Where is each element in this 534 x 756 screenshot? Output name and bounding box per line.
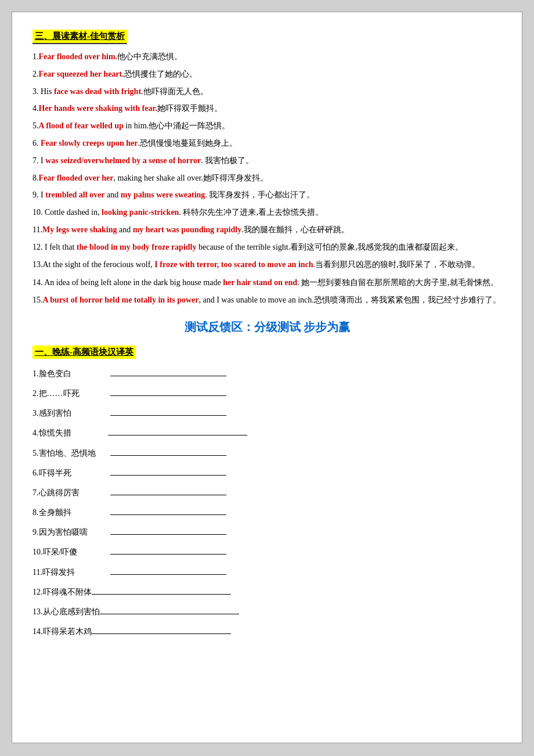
s14-en-bold: her hair stand on end <box>223 278 297 287</box>
s11-middle: and <box>117 225 132 234</box>
num-15: 15. <box>33 296 43 304</box>
feedback-title: 测试反馈区：分级测试 步步为赢 <box>33 319 501 335</box>
sentence-4: 4.Her hands were shaking with fear.她吓得双手… <box>33 102 501 116</box>
ex1-label: 1.脸色变白 <box>33 366 108 381</box>
num-1: 1. <box>33 52 39 61</box>
ex5-label: 5.害怕地、恐惧地 <box>33 446 108 460</box>
sentence-11: 11.My legs were shaking and my heart was… <box>33 223 501 237</box>
s1-zh: 他心中充满恐惧。 <box>117 52 182 61</box>
ex1-answer[interactable] <box>110 366 226 376</box>
ex2-answer[interactable] <box>110 386 226 396</box>
s5-en-rest: in him. <box>124 121 149 130</box>
s13-zh: 当看到那只凶恶的狼时,我吓呆了，不敢动弹。 <box>315 260 480 269</box>
ex12-answer[interactable] <box>92 584 231 595</box>
exercise-item-2: 2.把……吓死 <box>33 386 501 401</box>
ex11-label: 11.吓得发抖 <box>33 565 108 579</box>
ex10-label: 10.吓呆/吓傻 <box>33 545 108 559</box>
s5-zh: 他心中涌起一阵恐惧。 <box>149 121 230 130</box>
ex5-answer[interactable] <box>110 445 226 456</box>
sentence-9: 9. I trembled all over and my palms were… <box>33 188 501 202</box>
section3-header: 三、晨读素材-佳句赏析 <box>33 30 127 44</box>
section-morning-reading: 三、晨读素材-佳句赏析 1.Fear flooded over him.他心中充… <box>33 30 501 308</box>
s6-en-bold: Fear slowly creeps upon her <box>41 139 138 147</box>
sentence-13: 13.At the sight of the ferocious wolf, I… <box>33 258 501 272</box>
num-3: 3. His <box>33 87 54 96</box>
num-7: 7. I <box>33 156 45 165</box>
exercise-item-12: 12.吓得魂不附体 <box>33 584 501 599</box>
ex2-label: 2.把……吓死 <box>33 386 108 401</box>
num-2: 2. <box>33 70 39 78</box>
exercise-item-14: 14.吓得呆若木鸡 <box>33 624 501 639</box>
num-11: 11. <box>33 225 42 234</box>
num-12: 12. I felt that <box>33 243 77 251</box>
ex11-answer[interactable] <box>110 564 226 575</box>
exercise-item-3: 3.感到害怕 <box>33 405 501 420</box>
num-10: 10. Cottle dashed in, <box>33 208 102 217</box>
ex7-label: 7.心跳得厉害 <box>33 485 108 500</box>
s15-en-rest: , and I was unable to move an inch. <box>199 296 313 304</box>
exercise-item-13: 13.从心底感到害怕 <box>33 604 501 619</box>
s15-en-bold: A burst of horror held me totally in its… <box>43 296 199 304</box>
sentence-1: 1.Fear flooded over him.他心中充满恐惧。 <box>33 50 501 64</box>
s2-zh: 恐惧攫住了她的心。 <box>124 70 197 78</box>
s11-en-bold2: my heart was pounding rapidly <box>133 225 241 234</box>
section1-header: 一、晚练-高频语块汉译英 <box>33 345 136 359</box>
section-evening-practice: 一、晚练-高频语块汉译英 1.脸色变白 2.把……吓死 3.感到害怕 4.惊慌失… <box>33 345 501 639</box>
exercise-item-7: 7.心跳得厉害 <box>33 485 501 500</box>
s13-en-bold: I froze with terror, too scared to move … <box>154 260 313 269</box>
s7-en-bold: was seized/overwhelmed by a sense of hor… <box>45 156 201 165</box>
s8-en-rest: , making her shake all over. <box>113 174 203 182</box>
s9-zh: 我浑身发抖，手心都出汗了。 <box>207 190 315 199</box>
num-5: 5. <box>33 121 39 130</box>
exercise-item-6: 6.吓得半死 <box>33 465 501 480</box>
s10-en-bold: looking panic-stricken <box>102 208 179 217</box>
s11-en-bold1: My legs were shaking <box>42 225 117 234</box>
ex6-label: 6.吓得半死 <box>33 466 108 480</box>
ex4-answer[interactable] <box>108 425 247 435</box>
s7-zh: 我害怕极了。 <box>203 156 254 165</box>
num-9: 9. I <box>33 190 45 199</box>
ex3-label: 3.感到害怕 <box>33 406 108 420</box>
ex13-answer[interactable] <box>100 604 239 614</box>
ex3-answer[interactable] <box>110 405 226 416</box>
ex13-label: 13.从心底感到害怕 <box>33 604 100 619</box>
s12-en-bold: the blood in my body froze rapidly <box>77 243 197 251</box>
s6-rest: .恐惧慢慢地蔓延到她身上。 <box>138 139 237 147</box>
exercise-item-8: 8.全身颤抖 <box>33 505 501 520</box>
num-8: 8. <box>33 174 39 182</box>
s3-en-bold: face was dead with fright <box>54 87 141 96</box>
ex8-answer[interactable] <box>110 505 226 515</box>
sentence-12: 12. I felt that the blood in my body fro… <box>33 240 501 255</box>
ex12-label: 12.吓得魂不附体 <box>33 585 92 599</box>
s4-zh: 她吓得双手颤抖。 <box>157 104 222 113</box>
ex9-label: 9.因为害怕嗫嚅 <box>33 525 108 539</box>
sentence-14: 14. An idea of being left alone in the d… <box>33 276 501 290</box>
sentence-2: 2.Fear squeezed her heart.恐惧攫住了她的心。 <box>33 67 501 81</box>
exercise-item-9: 9.因为害怕嗫嚅 <box>33 524 501 539</box>
ex14-answer[interactable] <box>92 624 231 634</box>
s5-en-bold: A flood of fear welled up <box>39 121 124 130</box>
s14-zh: 她一想到要独自留在那所黑暗的大房子里,就毛骨悚然。 <box>300 278 499 287</box>
s4-en: Her hands were shaking with fear. <box>39 104 157 113</box>
num-14: 14. An idea of being left alone in the d… <box>33 278 223 287</box>
s8-en-bold: Fear flooded over her <box>39 174 114 182</box>
ex4-label: 4.惊慌失措 <box>33 426 108 440</box>
ex14-label: 14.吓得呆若木鸡 <box>33 624 92 639</box>
num-4: 4. <box>33 104 39 113</box>
sentence-7: 7. I was seized/overwhelmed by a sense o… <box>33 154 501 168</box>
s1-en: Fear flooded over him. <box>39 52 118 61</box>
ex10-answer[interactable] <box>110 544 226 555</box>
ex7-answer[interactable] <box>110 485 226 495</box>
sentence-6: 6. Fear slowly creeps upon her.恐惧慢慢地蔓延到她… <box>33 136 501 150</box>
exercise-item-5: 5.害怕地、恐惧地 <box>33 445 501 460</box>
ex9-answer[interactable] <box>110 524 226 535</box>
s8-zh: 她吓得浑身发抖。 <box>203 174 268 182</box>
s3-zh: 他吓得面无人色。 <box>143 87 208 96</box>
sentence-15: 15.A burst of horror held me totally in … <box>33 293 501 308</box>
s15-zh: 恐惧喷薄而出，将我紧紧包围，我已经寸步难行了。 <box>314 296 501 304</box>
ex6-answer[interactable] <box>110 465 226 476</box>
s12-zh: 看到这可怕的景象,我感觉我的血液都凝固起来。 <box>290 243 463 251</box>
num-6: 6. <box>33 139 41 147</box>
exercise-item-10: 10.吓呆/吓傻 <box>33 544 501 559</box>
num-13: 13.At the sight of the ferocious wolf, <box>33 260 154 269</box>
